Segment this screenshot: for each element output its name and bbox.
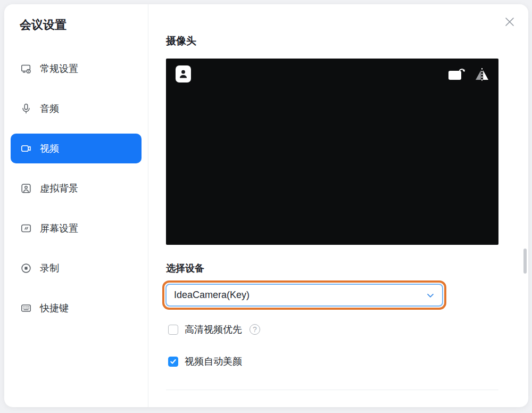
video-camera-icon	[20, 143, 32, 154]
sidebar-item-audio[interactable]: 音频	[11, 94, 142, 123]
auto-beauty-label: 视频自动美颜	[185, 355, 242, 368]
screen-settings-icon	[20, 222, 32, 234]
sidebar-item-label: 虚拟背景	[40, 184, 78, 193]
scrollbar-thumb[interactable]	[523, 249, 527, 274]
camera-device-select[interactable]: IdeaCamera(Key)	[165, 284, 443, 307]
close-button[interactable]	[503, 15, 516, 28]
page-title: 会议设置	[20, 17, 66, 33]
preview-controls	[447, 66, 490, 83]
sidebar-item-screen-settings[interactable]: 屏幕设置	[11, 213, 142, 243]
annotation-highlight: IdeaCamera(Key)	[162, 280, 446, 310]
settings-dialog: 会议设置 常规设置 音频 视频	[4, 4, 528, 407]
close-icon	[503, 15, 516, 28]
sidebar: 常规设置 音频 视频 虚拟背景	[11, 54, 142, 333]
sidebar-item-label: 屏幕设置	[40, 224, 78, 233]
sidebar-item-shortcuts[interactable]: 快捷键	[11, 293, 142, 323]
camera-device-value: IdeaCamera(Key)	[174, 290, 250, 301]
mirror-flip-icon[interactable]	[474, 66, 490, 83]
hd-video-priority-row: 高清视频优先 ?	[168, 323, 260, 336]
record-icon	[20, 262, 32, 274]
portrait-icon	[178, 68, 188, 80]
auto-beauty-row: 视频自动美颜	[168, 355, 242, 368]
hd-video-priority-label: 高清视频优先	[185, 323, 242, 336]
sidebar-item-label: 录制	[40, 263, 59, 273]
monitor-settings-icon	[20, 63, 32, 75]
chevron-down-icon	[425, 290, 436, 301]
sidebar-item-label: 常规设置	[40, 64, 78, 73]
sidebar-item-recording[interactable]: 录制	[11, 253, 142, 283]
avatar-badge	[176, 65, 191, 82]
rotate-screen-icon[interactable]	[447, 66, 466, 83]
keyboard-icon	[20, 302, 32, 314]
help-icon[interactable]: ?	[250, 324, 260, 335]
sidebar-item-label: 音频	[40, 104, 59, 113]
virtual-background-icon	[20, 183, 32, 194]
device-section-title: 选择设备	[166, 262, 204, 275]
sidebar-item-video[interactable]: 视频	[11, 134, 142, 163]
sidebar-divider	[148, 4, 148, 407]
auto-beauty-checkbox[interactable]	[168, 357, 178, 367]
sidebar-item-general-settings[interactable]: 常规设置	[11, 54, 142, 84]
check-icon	[170, 358, 177, 365]
sidebar-item-label: 快捷键	[40, 303, 69, 313]
section-divider	[166, 390, 498, 390]
sidebar-item-virtual-background[interactable]: 虚拟背景	[11, 174, 142, 203]
hd-video-priority-checkbox[interactable]	[168, 325, 178, 335]
camera-preview	[166, 59, 498, 245]
camera-section-title: 摄像头	[166, 34, 196, 48]
microphone-icon	[20, 103, 32, 114]
sidebar-item-label: 视频	[40, 144, 59, 153]
